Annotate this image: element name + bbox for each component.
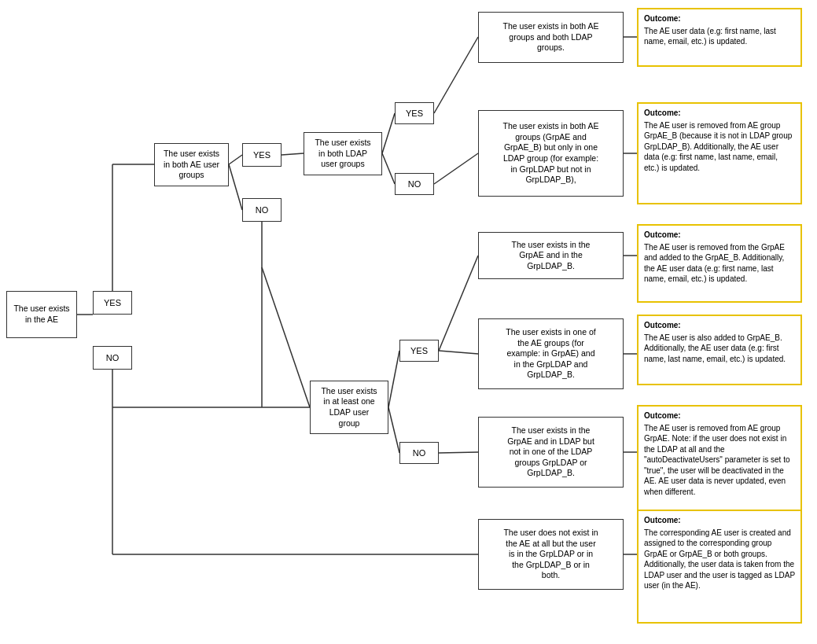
svg-line-5 — [229, 155, 242, 164]
cond-grpae-grpldapb: The user exists in the GrpAE and in the … — [478, 232, 624, 279]
both-ae-node: The user exists in both AE user groups — [154, 143, 229, 186]
no4-node: NO — [399, 442, 439, 464]
both-ldap-node: The user exists in both LDAP user groups — [304, 132, 382, 175]
cond-one-ae-grpldap-grpldapb: The user exists in one of the AE groups … — [478, 318, 624, 389]
outcome-1-title: Outcome: — [644, 13, 795, 24]
no3-node: NO — [395, 173, 434, 195]
svg-line-15 — [388, 407, 399, 453]
yes3-node: YES — [395, 102, 434, 124]
outcome-5: Outcome: The AE user is removed from AE … — [637, 405, 802, 519]
diagram-container: The user exists in the AE YES NO The use… — [0, 0, 817, 644]
outcome-5-title: Outcome: — [644, 410, 795, 421]
svg-line-6 — [229, 164, 242, 210]
outcome-1-text: The AE user data (e.g: first name, last … — [644, 27, 776, 46]
no1-node: NO — [93, 346, 132, 370]
outcome-1: Outcome: The AE user data (e.g: first na… — [637, 8, 802, 67]
svg-line-10 — [382, 113, 395, 153]
yes1-node: YES — [93, 291, 132, 315]
outcome-3: Outcome: The AE user is removed from the… — [637, 224, 802, 303]
svg-line-9 — [262, 267, 310, 407]
outcome-4-text: The AE user is also added to GrpAE_B. Ad… — [644, 333, 786, 363]
ae-exists-node: The user exists in the AE — [6, 291, 77, 338]
svg-line-13 — [434, 153, 478, 184]
cond-not-ae-in-ldap: The user does not exist in the AE at all… — [478, 519, 624, 590]
yes4-node: YES — [399, 340, 439, 362]
outcome-4-title: Outcome: — [644, 320, 795, 331]
svg-line-17 — [439, 351, 478, 354]
svg-line-7 — [282, 153, 304, 155]
cond-both-ae-both-ldap: The user exists in both AE groups and bo… — [478, 12, 624, 63]
outcome-2: Outcome: The AE user is removed from AE … — [637, 102, 802, 204]
outcome-6-text: The corresponding AE user is created and… — [644, 528, 795, 591]
svg-line-14 — [388, 351, 399, 407]
outcome-5-text: The AE user is removed from AE group Grp… — [644, 424, 790, 496]
cond-both-ae-one-ldap: The user exists in both AE groups (GrpAE… — [478, 110, 624, 197]
outcome-6-title: Outcome: — [644, 515, 795, 526]
outcome-2-text: The AE user is removed from AE group Grp… — [644, 121, 792, 172]
svg-line-11 — [382, 153, 395, 184]
at-least-one-ldap-node: The user exists in at least one LDAP use… — [310, 381, 388, 434]
outcome-2-title: Outcome: — [644, 108, 795, 119]
svg-line-12 — [434, 37, 478, 113]
outcome-6: Outcome: The corresponding AE user is cr… — [637, 510, 802, 624]
svg-line-16 — [439, 256, 478, 351]
outcome-3-text: The AE user is removed from the GrpAE an… — [644, 243, 785, 284]
outcome-3-title: Outcome: — [644, 230, 795, 241]
outcome-4: Outcome: The AE user is also added to Gr… — [637, 315, 802, 385]
no2-node: NO — [242, 198, 282, 222]
cond-grpae-ldap-not-one: The user exists in the GrpAE and in LDAP… — [478, 417, 624, 488]
yes2-node: YES — [242, 143, 282, 167]
svg-line-18 — [439, 452, 478, 453]
